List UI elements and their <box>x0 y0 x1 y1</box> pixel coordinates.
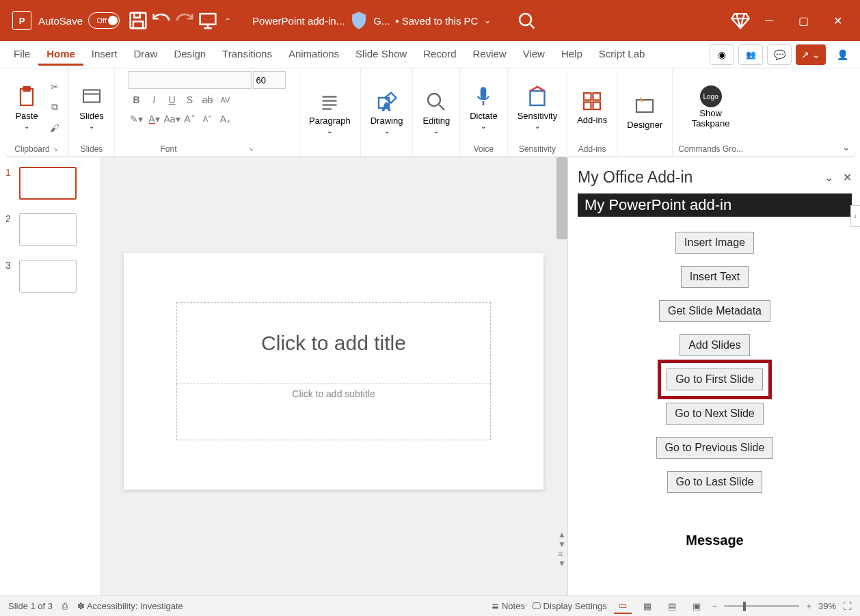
tab-draw[interactable]: Draw <box>125 44 165 66</box>
cut-icon[interactable]: ✂ <box>46 79 63 95</box>
change-case-icon[interactable]: Aa▾ <box>164 111 180 127</box>
underline-icon[interactable]: U <box>164 92 180 108</box>
maximize-button[interactable]: ▢ <box>786 7 820 34</box>
tab-file[interactable]: File <box>5 44 38 66</box>
tab-insert[interactable]: Insert <box>83 44 126 66</box>
reading-view-icon[interactable]: ▤ <box>663 599 681 614</box>
display-settings-button[interactable]: 🖵 Display Settings <box>532 601 607 611</box>
slide-canvas[interactable]: Click to add title Click to add subtitle <box>124 253 543 490</box>
spacing-icon[interactable]: AV <box>217 92 234 108</box>
copy-icon[interactable]: ⧉ <box>46 99 63 116</box>
save-icon[interactable] <box>126 9 150 32</box>
slide-nav-arrows[interactable]: ▲▼≡▼ <box>558 530 566 568</box>
vertical-scrollbar[interactable] <box>556 157 567 239</box>
slides-button[interactable]: Slides⌄ <box>75 83 109 131</box>
strike-icon[interactable]: ab <box>200 92 216 108</box>
font-color-icon[interactable]: A▾ <box>146 111 163 127</box>
paragraph-button[interactable]: Paragraph⌄ <box>305 88 355 136</box>
slide-counter[interactable]: Slide 1 of 3 <box>8 601 53 611</box>
collapse-ribbon-icon[interactable]: ⌄ <box>842 142 850 152</box>
diamond-icon[interactable] <box>729 9 752 32</box>
account-button[interactable]: 👤 <box>830 44 855 65</box>
taskpane-insert-text-button[interactable]: Insert Text <box>681 266 749 288</box>
dialog-launcher-icon[interactable]: ↘ <box>53 146 58 152</box>
format-painter-icon[interactable]: 🖌 <box>46 120 63 136</box>
tab-review[interactable]: Review <box>465 44 515 66</box>
tab-slide-show[interactable]: Slide Show <box>347 44 415 66</box>
taskpane-get-slide-metadata-button[interactable]: Get Slide Metadata <box>659 300 770 322</box>
tab-script-lab[interactable]: Script Lab <box>591 44 654 66</box>
presenter-icon[interactable]: ⎙ <box>62 601 68 611</box>
thumbnail-pane[interactable]: 123 <box>0 157 100 595</box>
dictate-button[interactable]: Dictate⌄ <box>466 83 501 131</box>
show-taskpane-button[interactable]: LogoShow Taskpane <box>688 84 734 130</box>
teams-button[interactable]: 👥 <box>738 44 763 65</box>
svg-rect-3 <box>200 14 216 25</box>
tab-design[interactable]: Design <box>165 44 214 66</box>
search-icon[interactable] <box>515 9 538 32</box>
font-size-combo[interactable] <box>253 71 286 89</box>
zoom-level[interactable]: 39% <box>818 601 836 611</box>
autosave-toggle[interactable]: Off <box>88 12 120 29</box>
paste-button[interactable]: Paste⌄ <box>10 83 44 131</box>
shield-icon[interactable] <box>347 9 371 32</box>
clear-format-icon[interactable]: Aₓ <box>217 111 234 127</box>
redo-icon[interactable] <box>173 9 196 32</box>
subtitle-placeholder[interactable]: Click to add subtitle <box>176 384 491 440</box>
taskpane-add-slides-button[interactable]: Add Slides <box>680 334 750 356</box>
taskpane-go-to-previous-slide-button[interactable]: Go to Previous Slide <box>656 437 774 459</box>
taskpane-go-to-last-slide-button[interactable]: Go to Last Slide <box>667 471 763 493</box>
dialog-launcher-icon[interactable]: ↘ <box>248 146 254 152</box>
taskpane-go-to-first-slide-button[interactable]: Go to First Slide <box>667 369 763 390</box>
taskpane-go-to-next-slide-button[interactable]: Go to Next Slide <box>666 403 764 425</box>
notes-button[interactable]: ≣ Notes <box>492 601 525 611</box>
drawing-button[interactable]: ADrawing⌄ <box>366 88 407 136</box>
font-name-combo[interactable] <box>129 71 252 89</box>
shrink-font-icon[interactable]: A˅ <box>200 111 216 127</box>
tab-view[interactable]: View <box>515 44 553 66</box>
taskpane-menu-icon[interactable]: ⌄ <box>824 171 833 184</box>
zoom-out-button[interactable]: − <box>712 601 718 611</box>
slideshow-view-icon[interactable]: ▣ <box>688 599 706 614</box>
tab-animations[interactable]: Animations <box>280 44 347 66</box>
tab-transitions[interactable]: Transitions <box>214 44 280 66</box>
svg-rect-7 <box>83 90 100 102</box>
grow-font-icon[interactable]: A˄ <box>182 111 198 127</box>
fit-to-window-icon[interactable]: ⛶ <box>843 601 852 611</box>
designer-button[interactable]: Designer <box>623 92 667 131</box>
tab-help[interactable]: Help <box>553 44 591 66</box>
editing-button[interactable]: Editing⌄ <box>418 88 454 136</box>
accessibility-status[interactable]: ✽ Accessibility: Investigate <box>77 601 183 611</box>
highlight-icon[interactable]: ✎▾ <box>129 111 145 127</box>
record-button[interactable]: ◉ <box>710 44 734 65</box>
share-button[interactable]: ↗ ⌄ <box>796 44 826 65</box>
normal-view-icon[interactable]: ▭ <box>614 599 632 614</box>
thumbnail-slide-3[interactable]: 3 <box>5 260 94 293</box>
taskpane-close-icon[interactable]: ✕ <box>843 171 852 184</box>
chevron-down-icon[interactable]: ⌄ <box>481 9 494 32</box>
taskpane-expand-tab[interactable]: ‹ <box>850 205 860 227</box>
italic-icon[interactable]: I <box>146 92 163 108</box>
taskpane-insert-image-button[interactable]: Insert Image <box>675 232 754 254</box>
zoom-in-button[interactable]: + <box>806 601 811 611</box>
sensitivity-button[interactable]: Sensitivity⌄ <box>513 83 562 131</box>
minimize-button[interactable]: ─ <box>752 7 786 34</box>
sorter-view-icon[interactable]: ▦ <box>639 599 656 614</box>
comments-button[interactable]: 💬 <box>767 44 792 65</box>
present-icon[interactable] <box>196 9 219 32</box>
zoom-slider[interactable] <box>724 605 799 607</box>
undo-icon[interactable] <box>150 9 173 32</box>
qat-more-icon[interactable]: ⁼ <box>219 9 236 32</box>
autosave[interactable]: AutoSave Off <box>38 12 120 29</box>
bold-icon[interactable]: B <box>129 92 145 108</box>
thumbnail-slide-1[interactable]: 1 <box>5 167 94 200</box>
thumbnail-slide-2[interactable]: 2 <box>5 213 94 246</box>
tab-record[interactable]: Record <box>415 44 464 66</box>
save-status[interactable]: • Saved to this PC <box>392 15 481 27</box>
addins-button[interactable]: Add-ins <box>573 88 611 126</box>
shadow-icon[interactable]: S <box>182 92 198 108</box>
title-placeholder[interactable]: Click to add title <box>176 302 491 384</box>
tab-home[interactable]: Home <box>38 44 83 66</box>
close-button[interactable]: ✕ <box>820 7 855 34</box>
slide-editor[interactable]: Click to add title Click to add subtitle… <box>100 157 567 595</box>
